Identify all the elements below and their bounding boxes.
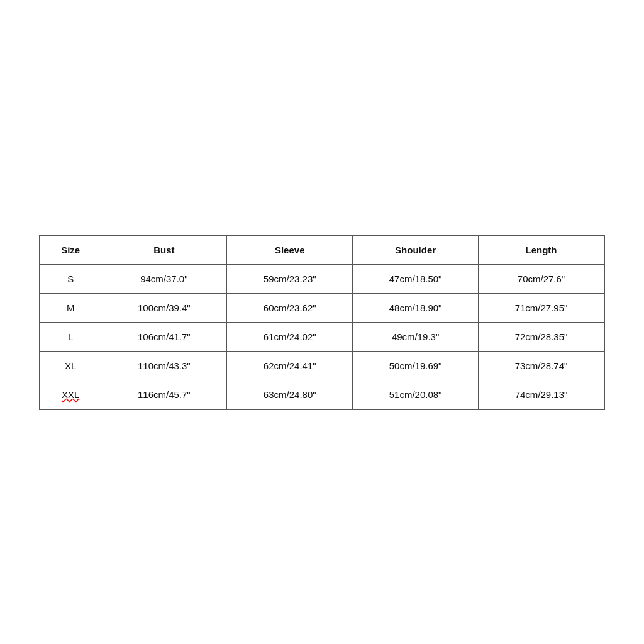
cell-shoulder: 51cm/20.08" — [353, 380, 479, 409]
header-size: Size — [40, 235, 101, 264]
cell-shoulder: 47cm/18.50" — [353, 264, 479, 293]
table-row: M100cm/39.4"60cm/23.62"48cm/18.90"71cm/2… — [40, 293, 604, 322]
cell-bust: 100cm/39.4" — [101, 293, 227, 322]
cell-length: 72cm/28.35" — [479, 322, 604, 351]
cell-length: 74cm/29.13" — [479, 380, 604, 409]
table-header-row: Size Bust Sleeve Shoulder Length — [40, 235, 604, 264]
cell-sleeve: 60cm/23.62" — [227, 293, 353, 322]
cell-bust: 106cm/41.7" — [101, 322, 227, 351]
cell-sleeve: 63cm/24.80" — [227, 380, 353, 409]
size-chart-container: Size Bust Sleeve Shoulder Length S94cm/3… — [39, 235, 605, 410]
cell-shoulder: 49cm/19.3" — [353, 322, 479, 351]
cell-size: L — [40, 322, 101, 351]
cell-shoulder: 48cm/18.90" — [353, 293, 479, 322]
cell-size: XXL — [40, 380, 101, 409]
header-shoulder: Shoulder — [353, 235, 479, 264]
table-row: L106cm/41.7"61cm/24.02"49cm/19.3"72cm/28… — [40, 322, 604, 351]
cell-length: 73cm/28.74" — [479, 351, 604, 380]
cell-bust: 94cm/37.0" — [101, 264, 227, 293]
cell-sleeve: 61cm/24.02" — [227, 322, 353, 351]
cell-length: 70cm/27.6" — [479, 264, 604, 293]
table-row: XL110cm/43.3"62cm/24.41"50cm/19.69"73cm/… — [40, 351, 604, 380]
cell-bust: 116cm/45.7" — [101, 380, 227, 409]
header-sleeve: Sleeve — [227, 235, 353, 264]
size-chart-table: Size Bust Sleeve Shoulder Length S94cm/3… — [40, 235, 604, 409]
cell-size: M — [40, 293, 101, 322]
header-length: Length — [479, 235, 604, 264]
cell-size: XL — [40, 351, 101, 380]
cell-sleeve: 62cm/24.41" — [227, 351, 353, 380]
table-row: S94cm/37.0"59cm/23.23"47cm/18.50"70cm/27… — [40, 264, 604, 293]
header-bust: Bust — [101, 235, 227, 264]
cell-shoulder: 50cm/19.69" — [353, 351, 479, 380]
cell-sleeve: 59cm/23.23" — [227, 264, 353, 293]
table-row: XXL116cm/45.7"63cm/24.80"51cm/20.08"74cm… — [40, 380, 604, 409]
cell-length: 71cm/27.95" — [479, 293, 604, 322]
cell-size: S — [40, 264, 101, 293]
cell-bust: 110cm/43.3" — [101, 351, 227, 380]
